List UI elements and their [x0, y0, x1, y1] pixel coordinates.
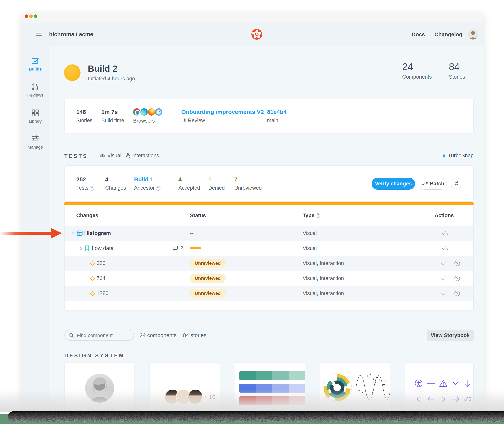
batch-accept-icon[interactable]	[442, 231, 448, 236]
ancestor-build-link[interactable]: Build 1	[134, 176, 167, 183]
teal-swatch-row	[239, 371, 305, 380]
row-label: 764	[97, 275, 105, 281]
build-status-dot	[64, 64, 80, 81]
filter-visual[interactable]: Visual	[100, 153, 121, 159]
commit-link[interactable]: 81e4b4	[267, 109, 287, 115]
stories-count-text: 84 stories	[183, 332, 206, 338]
filter-interactions[interactable]: Interactions	[126, 153, 159, 159]
column-status: Status	[190, 212, 206, 218]
bottom-fade-overlay	[0, 390, 504, 412]
sidebar-item-builds[interactable]: Builds	[22, 57, 49, 72]
denied-count: 1 Denied	[208, 176, 234, 191]
safari-browser-icon	[155, 108, 162, 116]
column-actions: Actions	[435, 212, 454, 218]
branch-link-block: Onboarding improvements V2 UI Review	[181, 109, 267, 124]
sidebar-item-label: Builds	[22, 67, 49, 72]
manage-sliders-icon	[31, 135, 39, 143]
story-progress-bar	[190, 247, 201, 249]
window-titlebar	[22, 12, 484, 23]
refresh-button[interactable]	[451, 178, 462, 189]
status-badge: Unreviewed	[190, 259, 226, 268]
docs-link[interactable]: Docs	[412, 23, 425, 46]
help-icon[interactable]: ?	[90, 186, 94, 191]
row-type: Visual	[303, 230, 317, 236]
reviews-pullrequest-icon	[31, 83, 39, 91]
user-avatar[interactable]	[468, 29, 478, 39]
table-row-1280[interactable]: 1280 Unreviewed Visual, Interaction	[65, 286, 473, 301]
tests-count: 252 Tests?	[76, 176, 105, 191]
accepted-count: 4 Accepted	[178, 176, 208, 191]
chrome-browser-icon	[133, 108, 141, 116]
turbosnap-dot-icon	[443, 154, 445, 157]
batch-button[interactable]: Batch	[419, 178, 447, 190]
status-badge: Unreviewed	[190, 289, 226, 298]
accept-check-icon[interactable]	[441, 291, 446, 296]
main-content: Build 2 Initiated 4 hours ago 24 Compone…	[49, 46, 484, 412]
comment-count[interactable]: 2	[172, 245, 183, 251]
chevron-right-icon[interactable]	[78, 246, 83, 251]
page-title: Build 2	[88, 63, 135, 74]
table-row-histogram[interactable]: Histogram -- Visual	[65, 226, 473, 241]
table-row-380[interactable]: 380 Unreviewed Visual, Interaction	[65, 256, 473, 271]
sidebar-item-library[interactable]: Library	[22, 109, 49, 124]
column-type: Type?	[303, 212, 320, 218]
changes-count: 4 Changes	[105, 176, 134, 191]
row-label: 380	[97, 260, 105, 266]
changes-table: Changes Status Type? Actions Histogram -…	[64, 205, 473, 311]
summary-stories: 148 Stories	[76, 109, 101, 124]
row-type: Visual	[303, 245, 317, 251]
help-icon[interactable]: ?	[156, 186, 160, 191]
chevron-down-icon[interactable]	[71, 231, 76, 236]
sidebar-item-label: Reviews	[22, 93, 49, 98]
row-label: Histogram	[84, 230, 111, 236]
project-breadcrumb[interactable]: hichroma / acme	[49, 23, 93, 46]
sidebar-item-reviews[interactable]: Reviews	[22, 83, 49, 98]
build-progress-bar	[64, 202, 473, 205]
menu-icon[interactable]	[36, 31, 42, 37]
sidebar-item-manage[interactable]: Manage	[22, 135, 49, 150]
row-label: Low data	[92, 245, 114, 251]
branch-link[interactable]: Onboarding improvements V2	[181, 109, 267, 115]
close-window-button[interactable]	[25, 14, 28, 18]
accept-check-icon[interactable]	[441, 276, 446, 281]
table-row-low-data[interactable]: Low data 2 Visual	[65, 241, 473, 256]
row-status: --	[190, 230, 194, 236]
chromatic-logo-icon[interactable]	[252, 29, 262, 40]
summary-build-time: 1m 7s Build time	[101, 109, 133, 124]
app-header: hichroma / acme Docs Changelog	[22, 23, 484, 46]
chevron-down-icon	[451, 379, 460, 387]
deny-x-circle-icon[interactable]	[454, 275, 460, 281]
table-header-row: Changes Status Type? Actions	[65, 205, 473, 226]
view-storybook-button[interactable]: View Storybook	[427, 330, 473, 341]
batch-accept-icon[interactable]	[442, 246, 448, 251]
changelog-link[interactable]: Changelog	[434, 23, 462, 46]
build-subtitle: Initiated 4 hours ago	[88, 76, 135, 82]
verify-changes-button[interactable]: Verify changes	[372, 178, 415, 190]
minimize-window-button[interactable]	[29, 14, 33, 18]
tests-heading: TESTS	[64, 153, 88, 159]
sidebar-nav: Builds Reviews Library	[22, 46, 49, 412]
row-label: 1280	[97, 290, 109, 296]
components-count-text: 24 components	[140, 332, 177, 338]
search-icon	[69, 333, 74, 338]
zoom-window-button[interactable]	[34, 14, 37, 18]
build-totals: 24 Components 84 Stories	[394, 59, 473, 82]
viewport-diamond-icon	[90, 291, 95, 296]
search-input[interactable]	[77, 332, 125, 338]
tests-section-header: TESTS Visual Interactions	[64, 152, 473, 160]
build-summary-card: 148 Stories 1m 7s Build time Browsers On…	[64, 99, 473, 133]
table-row-764[interactable]: 764 Unreviewed Visual, Interaction	[65, 271, 473, 286]
status-badge: Unreviewed	[190, 274, 226, 283]
comment-icon	[172, 245, 178, 251]
pointer-hand-icon	[126, 153, 130, 159]
arrow-down-icon	[463, 379, 471, 387]
sidebar-item-label: Library	[22, 119, 49, 124]
app-window: hichroma / acme Docs Changelog	[22, 12, 484, 412]
edge-browser-icon	[141, 108, 148, 116]
deny-x-circle-icon[interactable]	[454, 260, 460, 266]
deny-x-circle-icon[interactable]	[454, 290, 460, 296]
viewport-diamond-icon	[90, 261, 95, 266]
row-type: Visual, Interaction	[303, 290, 344, 296]
accept-check-icon[interactable]	[441, 261, 446, 266]
help-icon[interactable]: ?	[316, 213, 320, 218]
